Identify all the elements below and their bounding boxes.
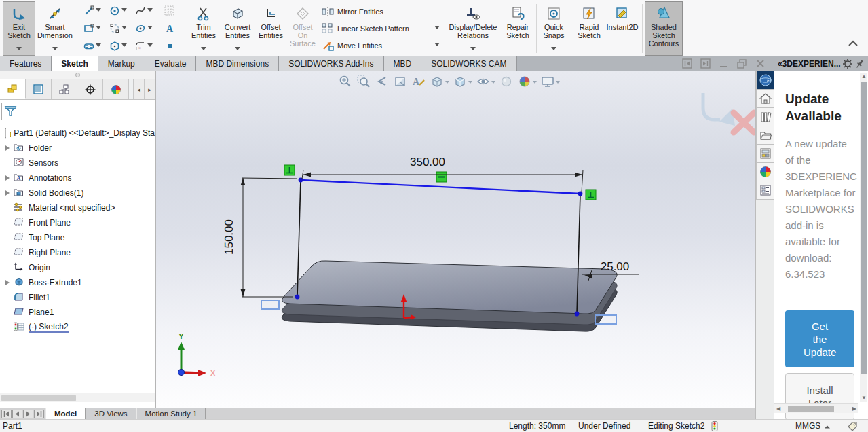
point-tool[interactable] <box>157 37 183 55</box>
scroll-down-icon[interactable]: ▼ <box>861 395 867 401</box>
minimize-icon[interactable] <box>719 58 728 69</box>
display-style-icon[interactable] <box>452 73 473 90</box>
relation-perpendicular-badge[interactable] <box>586 190 596 200</box>
view-palette-tab[interactable] <box>756 145 774 163</box>
appearances-tab[interactable] <box>756 163 774 181</box>
previous-view-icon[interactable] <box>374 73 390 90</box>
dimension-350-text[interactable]: 350.00 <box>410 156 445 168</box>
exit-sketch-button[interactable]: Exit Sketch <box>3 1 35 56</box>
task-pane-title[interactable]: «3DEXPERIEN... <box>778 59 841 69</box>
tree-item-folder[interactable]: Folder <box>0 141 155 156</box>
line-tool[interactable] <box>79 2 105 20</box>
display-delete-relations-button[interactable]: Display/Delete Relations <box>445 1 502 56</box>
panel-tabs-scroll-left[interactable]: ◂ <box>133 79 144 99</box>
graphics-viewport[interactable]: 350.00 150.00 25.00 <box>156 71 755 408</box>
tree-filter-input[interactable] <box>18 104 153 119</box>
status-units[interactable]: MMGS <box>795 421 820 431</box>
repair-sketch-button[interactable]: Repair Sketch <box>502 1 534 56</box>
task-pane-horizontal-scrollbar[interactable]: ◀ ▶ <box>774 403 858 413</box>
expand-arrow-icon[interactable] <box>4 175 14 181</box>
scroll-left-icon[interactable]: ◀ <box>776 406 780 412</box>
linear-sketch-pattern-button[interactable]: Linear Sketch Pattern <box>319 20 440 37</box>
relation-perpendicular-badge[interactable] <box>284 165 295 175</box>
get-update-button[interactable]: Get the Update <box>785 310 854 367</box>
annotation-view-icon[interactable]: A <box>411 73 427 90</box>
3dexperience-tab[interactable] <box>756 71 774 90</box>
first-tab-icon[interactable] <box>1 410 12 418</box>
rapid-sketch-button[interactable]: Rapid Sketch <box>573 1 605 56</box>
tree-item-plane1[interactable]: Plane1 <box>0 305 155 320</box>
dimension-25-text[interactable]: 25.00 <box>601 260 630 273</box>
tree-item-material[interactable]: Material <not specified> <box>0 200 155 215</box>
corner-rectangle-tool[interactable] <box>79 20 105 37</box>
move-entities-dropdown[interactable] <box>434 43 440 49</box>
task-pane-vertical-scrollbar[interactable]: ▲ ▼ <box>860 73 867 402</box>
pin-icon[interactable] <box>855 58 865 69</box>
tree-item-front-plane[interactable]: Front Plane <box>0 215 155 230</box>
gear-icon[interactable] <box>842 58 853 69</box>
design-library-tab[interactable] <box>756 108 774 126</box>
trim-entities-button[interactable]: Trim Entities <box>187 1 220 56</box>
tree-item-sketch2[interactable]: (-) Sketch2 <box>0 320 155 335</box>
exit-sketch-dropdown[interactable] <box>16 47 22 53</box>
tab-3d-views[interactable]: 3D Views <box>86 408 136 419</box>
tab-evaluate[interactable]: Evaluate <box>145 56 197 71</box>
previous-tab-icon[interactable] <box>12 410 22 418</box>
tab-mbd[interactable]: MBD <box>384 56 422 71</box>
convert-entities-button[interactable]: Convert Entities <box>220 1 255 56</box>
dimension-150[interactable] <box>241 178 297 297</box>
mirror-entities-button[interactable]: Mirror Entities <box>319 3 440 20</box>
tab-dimxpert-manager[interactable] <box>77 79 103 99</box>
units-dropdown-icon[interactable] <box>824 425 831 429</box>
tab-motion-study-1[interactable]: Motion Study 1 <box>136 408 206 419</box>
next-document-icon[interactable] <box>700 58 711 69</box>
tree-horizontal-scrollbar[interactable] <box>0 393 155 402</box>
tree-item-annotations[interactable]: A Annotations <box>0 170 155 185</box>
ellipse-tool[interactable] <box>131 20 157 37</box>
zoom-to-area-icon[interactable] <box>356 73 372 90</box>
smart-dimension-dropdown[interactable] <box>52 47 58 53</box>
shaded-sketch-contours-button[interactable]: Shaded Sketch Contours <box>645 1 683 56</box>
move-entities-button[interactable]: Move Entities <box>319 37 440 54</box>
offset-on-surface-button[interactable]: Offset On Surface <box>286 1 319 56</box>
last-tab-icon[interactable] <box>34 410 44 418</box>
convert-entities-dropdown[interactable] <box>235 47 240 53</box>
scroll-right-icon[interactable]: ▶ <box>852 406 856 412</box>
tab-feature-manager[interactable] <box>0 79 26 99</box>
home-tab[interactable] <box>756 90 774 108</box>
tab-model[interactable]: Model <box>45 408 86 419</box>
tab-solidworks-cam[interactable]: SOLIDWORKS CAM <box>421 56 516 71</box>
panel-tabs-scroll-right[interactable]: ▸ <box>144 79 155 99</box>
section-view-icon[interactable] <box>392 73 409 90</box>
quick-snaps-button[interactable]: Quick Snaps <box>539 1 569 56</box>
linear-pattern-dropdown[interactable] <box>434 26 440 32</box>
tab-display-manager[interactable] <box>103 79 129 99</box>
file-explorer-tab[interactable] <box>756 126 774 145</box>
tab-solidworks-addins[interactable]: SOLIDWORKS Add-Ins <box>279 56 383 71</box>
restore-icon[interactable] <box>736 58 747 69</box>
tree-item-boss-extrude1[interactable]: Boss-Extrude1 <box>0 275 155 290</box>
tab-mbd-dimensions[interactable]: MBD Dimensions <box>196 56 279 71</box>
view-orientation-icon[interactable] <box>429 73 450 90</box>
three-point-arc-tool[interactable] <box>105 20 131 37</box>
quick-snaps-dropdown[interactable] <box>551 47 556 53</box>
tree-item-top-plane[interactable]: Top Plane <box>0 230 155 245</box>
tree-item-fillet1[interactable]: Fillet1 <box>0 290 155 305</box>
tree-item-solid-bodies[interactable]: Solid Bodies(1) <box>0 185 155 200</box>
tab-features[interactable]: Features <box>0 56 52 71</box>
next-tab-icon[interactable] <box>23 410 33 418</box>
spline-tool[interactable] <box>131 2 157 20</box>
hide-show-items-icon[interactable] <box>475 73 496 90</box>
tab-markup[interactable]: Markup <box>98 56 145 71</box>
smart-dimension-button[interactable]: Smart Dimension <box>35 1 75 56</box>
relation-horizontal-badge[interactable] <box>436 172 447 182</box>
sketch-fillet-tool[interactable]: × <box>131 37 157 55</box>
tree-item-origin[interactable]: Origin <box>0 260 155 275</box>
tab-configuration-manager[interactable] <box>52 79 77 99</box>
expand-arrow-icon[interactable] <box>4 145 14 151</box>
edit-appearance-icon[interactable] <box>498 73 514 90</box>
base-plate-solid[interactable] <box>282 261 617 331</box>
close-icon[interactable] <box>755 58 766 69</box>
collapse-ribbon-chevron[interactable] <box>847 39 859 48</box>
display-delete-relations-dropdown[interactable] <box>470 47 476 53</box>
